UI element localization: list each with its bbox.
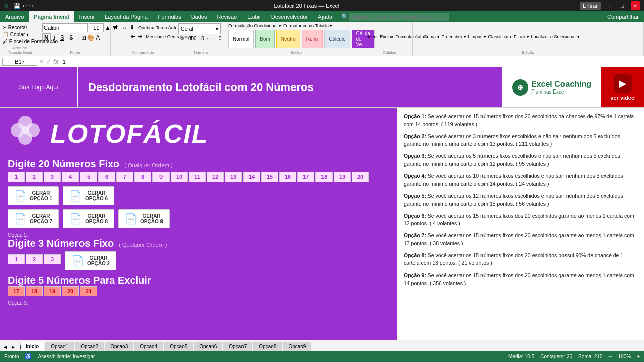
number-cell[interactable]: 10 [171, 172, 188, 182]
number-cell[interactable]: 16 [279, 172, 296, 182]
find-select-button[interactable]: Localizar e Selecionar ▾ [531, 34, 580, 39]
recortar-button[interactable]: ✂ Recortar [2, 24, 38, 31]
tab-inserir[interactable]: Inserir [74, 11, 100, 22]
number-cell[interactable]: 19 [334, 172, 351, 182]
font-color-button[interactable]: A [96, 34, 100, 41]
sheet-tab-opcao7[interactable]: Opcao7 [223, 342, 252, 351]
tab-formulas[interactable]: Fórmulas [153, 11, 186, 22]
gerar-opcao2-button[interactable]: 📄 GERAROPÇÃO 2 [65, 251, 116, 270]
format-cells-button[interactable]: Formatar [395, 34, 414, 39]
tab-dados[interactable]: Dados [186, 11, 212, 22]
number-cell[interactable]: 2 [26, 254, 43, 264]
number-cell[interactable]: 14 [243, 172, 260, 182]
number-cell[interactable]: 3 [44, 254, 61, 264]
align-center-button[interactable]: ≡ [118, 33, 123, 40]
fill-color-button[interactable]: 🎨 [87, 34, 95, 41]
align-middle-button[interactable]: ↔ [121, 24, 128, 31]
number-cell[interactable]: 4 [62, 172, 79, 182]
italic-button[interactable]: I [52, 33, 57, 42]
delete-cells-button[interactable]: Excluir [380, 34, 393, 39]
prev-sheet-button[interactable]: ◄ [1, 344, 9, 350]
number-cell[interactable]: 1 [8, 172, 25, 182]
tab-pagina-inicial[interactable]: Página Inicial [29, 11, 74, 22]
tab-revisao[interactable]: Revisão [212, 11, 242, 22]
style-neutro[interactable]: Neutro [276, 30, 300, 48]
number-cell[interactable]: 7 [116, 172, 133, 182]
tab-ajuda[interactable]: Ajuda [313, 11, 337, 22]
autosum-button[interactable]: AutoSoma ▾ [415, 34, 440, 39]
tab-layout[interactable]: Layout da Página [100, 11, 153, 22]
zoom-out-button[interactable]: ─ [608, 354, 612, 359]
number-cell[interactable]: 1 [8, 254, 25, 264]
increase-indent-button[interactable]: ⇥ [137, 33, 143, 40]
add-sheet-button[interactable]: + [17, 343, 24, 351]
sheet-tab-opcao5[interactable]: Opcao5 [164, 342, 193, 351]
video-button[interactable]: ▶ ver video [601, 67, 644, 107]
gerar-opcao9-button[interactable]: 📄 GERAROPÇÃO 9 [118, 209, 170, 228]
sheet-tab-opcao6[interactable]: Opcao6 [194, 342, 222, 351]
sheet-tab-opcao4[interactable]: Opcao4 [134, 342, 163, 351]
minimize-button[interactable]: ─ [605, 1, 614, 10]
style-ruim[interactable]: Ruim [302, 30, 323, 48]
ribbon-search-input[interactable] [349, 13, 449, 21]
tab-exibir[interactable]: Exibir [242, 11, 266, 22]
style-bom[interactable]: Bom [255, 30, 275, 48]
align-right-button[interactable]: ≡ [124, 33, 129, 40]
conditional-formatting-button[interactable]: Formatação Condicional ▾ [228, 23, 281, 28]
formula-input[interactable] [61, 58, 642, 65]
restore-button[interactable]: □ [618, 1, 627, 10]
copiar-button[interactable]: 📋 Copiar ▾ [2, 31, 38, 38]
excluded-number-cell[interactable]: 17 [8, 286, 25, 296]
increase-decimal-button[interactable]: .0→ [199, 35, 210, 42]
sheet-tab-opcao9[interactable]: Opcao9 [283, 342, 311, 351]
strikethrough-button[interactable]: S̶ [67, 33, 75, 42]
bold-button[interactable]: N [42, 33, 51, 42]
insert-cells-button[interactable]: Inserir [365, 34, 378, 39]
comma-button[interactable]: 000 [187, 35, 198, 42]
number-cell[interactable]: 20 [352, 172, 369, 182]
decrease-indent-button[interactable]: ⇤ [130, 33, 136, 40]
gerar-opcao8-button[interactable]: 📄 GERAROPÇÃO 8 [63, 209, 114, 228]
style-calculo[interactable]: Cálculo [324, 30, 350, 48]
gerar-opcao7-button[interactable]: 📄 GERAROPÇÃO 7 [8, 209, 59, 228]
number-cell[interactable]: 6 [98, 172, 115, 182]
number-format-dropdown[interactable]: Geral▾ [178, 23, 221, 34]
number-cell[interactable]: 3 [44, 172, 61, 182]
quick-save[interactable]: 💾 [14, 3, 21, 9]
align-top-button[interactable]: ⬆ [113, 23, 120, 32]
number-cell[interactable]: 11 [189, 172, 206, 182]
align-bottom-button[interactable]: ⬇ [129, 24, 135, 31]
zoom-in-button[interactable]: + [637, 354, 640, 359]
font-size-input[interactable] [89, 23, 104, 32]
pincel-button[interactable]: 🖌 Pincel de Formatação [2, 38, 38, 45]
excluded-number-cell[interactable]: 19 [44, 286, 61, 296]
number-cell[interactable]: 8 [134, 172, 151, 182]
cell-reference-box[interactable] [2, 58, 37, 66]
quick-redo[interactable]: ↪ [29, 3, 34, 9]
excluded-number-cell[interactable]: 18 [26, 286, 43, 296]
align-left-button[interactable]: ≡ [113, 33, 118, 40]
sort-filter-button[interactable]: Classificar e Filtrar ▾ [488, 34, 529, 39]
sheet-tab-opcao8[interactable]: Opcao8 [253, 342, 282, 351]
sheet-tab-opcao2[interactable]: Opcao2 [75, 342, 104, 351]
number-cell[interactable]: 18 [315, 172, 333, 182]
number-cell[interactable]: 9 [152, 172, 170, 182]
close-button[interactable]: ✕ [631, 1, 640, 10]
share-button[interactable]: Compartilhar [607, 14, 639, 20]
border-button[interactable]: ⊞ [81, 34, 86, 41]
number-cell[interactable]: 17 [297, 172, 314, 182]
number-cell[interactable]: 12 [207, 172, 224, 182]
tab-arquivo[interactable]: Arquivo [0, 11, 29, 22]
gerar-opcao1-button[interactable]: 📄 GERAROPÇÃO 1 [8, 186, 59, 205]
gerar-opcao6-button[interactable]: 📄 GERAROPÇÃO 6 [63, 186, 114, 205]
percent-button[interactable]: % [178, 35, 186, 42]
login-button[interactable]: Entrar [580, 2, 601, 10]
sheet-tab-opcao1[interactable]: Opcao1 [45, 342, 74, 351]
sheet-tab-opcao3[interactable]: Opcao3 [105, 342, 133, 351]
style-normal[interactable]: Normal [228, 30, 254, 48]
excluded-number-cell[interactable]: 21 [80, 286, 97, 296]
number-cell[interactable]: 5 [80, 172, 97, 182]
font-grow-button[interactable]: ▲ [105, 24, 111, 31]
next-sheet-button[interactable]: ► [9, 344, 17, 350]
number-cell[interactable]: 13 [225, 172, 242, 182]
